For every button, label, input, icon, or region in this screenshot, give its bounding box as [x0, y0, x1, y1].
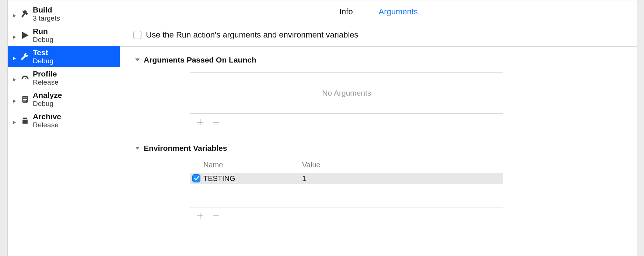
env-value-header: Value	[302, 161, 503, 169]
env-name-header: Name	[203, 161, 302, 169]
sidebar-item-title: Profile	[33, 70, 59, 78]
disclosure-triangle-icon[interactable]	[12, 54, 17, 59]
remove-argument-button[interactable]	[211, 117, 221, 127]
sidebar-item-subtitle: Release	[33, 79, 59, 86]
arguments-list[interactable]: No Arguments	[190, 72, 503, 114]
sidebar-item-analyze[interactable]: Analyze Debug	[8, 89, 120, 110]
analyze-icon	[20, 95, 30, 104]
sidebar-item-run[interactable]: Run Debug	[8, 25, 120, 46]
use-parent-args-checkbox[interactable]	[133, 31, 141, 39]
archive-icon	[20, 116, 30, 125]
content-pane: Info Arguments Use the Run action's argu…	[120, 0, 637, 256]
disclosure-triangle-icon[interactable]	[12, 11, 17, 17]
tab-bar: Info Arguments	[120, 0, 637, 23]
sidebar-item-title: Run	[33, 27, 53, 35]
remove-env-button[interactable]	[211, 211, 221, 221]
arguments-section-header[interactable]: Arguments Passed On Launch	[135, 56, 630, 64]
sidebar-item-subtitle: Debug	[33, 100, 62, 108]
gauge-icon	[20, 73, 30, 83]
svg-marker-1	[13, 35, 16, 39]
env-rows[interactable]: TESTING 1	[190, 173, 503, 207]
use-parent-args-label: Use the Run action's arguments and envir…	[146, 30, 358, 40]
sidebar-item-subtitle: 3 targets	[33, 15, 60, 22]
arguments-section-title: Arguments Passed On Launch	[144, 56, 256, 64]
disclosure-triangle-icon[interactable]	[12, 75, 17, 81]
sidebar-item-build[interactable]: Build 3 targets	[8, 3, 120, 25]
arguments-section: Arguments Passed On Launch No Arguments	[135, 56, 630, 129]
sidebar-item-test[interactable]: Test Debug	[8, 46, 120, 67]
env-controls	[190, 207, 503, 223]
env-section-title: Environment Variables	[144, 144, 227, 153]
tab-arguments[interactable]: Arguments	[379, 7, 418, 17]
disclosure-triangle-icon[interactable]	[12, 118, 17, 123]
svg-rect-7	[23, 97, 27, 98]
add-argument-button[interactable]	[195, 117, 205, 127]
arguments-controls	[190, 114, 503, 129]
scheme-editor-window: Build 3 targets Run Debug	[7, 0, 637, 256]
sidebar-item-title: Analyze	[33, 91, 62, 99]
tab-info[interactable]: Info	[339, 7, 353, 17]
sidebar-item-title: Archive	[33, 112, 61, 121]
sidebar-item-title: Build	[33, 6, 60, 14]
arguments-body: Arguments Passed On Launch No Arguments	[120, 47, 637, 256]
svg-marker-0	[13, 14, 16, 18]
sidebar-item-title: Test	[33, 48, 53, 57]
hammer-icon	[20, 9, 30, 19]
svg-rect-12	[213, 122, 219, 122]
chevron-down-icon	[135, 56, 140, 64]
svg-marker-2	[22, 32, 29, 39]
action-sidebar: Build 3 targets Run Debug	[8, 0, 120, 256]
arguments-placeholder: No Arguments	[322, 89, 371, 97]
env-row-checkbox[interactable]	[192, 174, 200, 182]
env-row-name[interactable]: TESTING	[203, 174, 302, 183]
wrench-icon	[20, 52, 30, 61]
svg-marker-5	[13, 99, 16, 103]
svg-marker-13	[135, 147, 140, 150]
env-row-value[interactable]: 1	[302, 174, 503, 183]
add-env-button[interactable]	[195, 211, 205, 221]
svg-marker-10	[13, 121, 16, 124]
arguments-list-box: No Arguments	[190, 72, 503, 129]
env-section: Environment Variables Name Value TESTING	[135, 144, 630, 223]
env-columns-header: Name Value	[190, 161, 503, 173]
play-icon	[20, 31, 30, 40]
svg-rect-14	[213, 216, 219, 216]
env-section-header[interactable]: Environment Variables	[135, 144, 630, 153]
svg-marker-4	[13, 78, 16, 82]
use-parent-args-row: Use the Run action's arguments and envir…	[120, 23, 637, 47]
sidebar-item-profile[interactable]: Profile Release	[8, 67, 120, 89]
svg-marker-3	[13, 57, 16, 60]
sidebar-item-subtitle: Debug	[33, 57, 53, 65]
sidebar-item-archive[interactable]: Archive Release	[8, 110, 120, 131]
svg-rect-9	[23, 100, 26, 101]
disclosure-triangle-icon[interactable]	[12, 97, 17, 102]
env-row[interactable]: TESTING 1	[190, 173, 503, 184]
chevron-down-icon	[135, 144, 140, 153]
env-list-box: Name Value TESTING 1	[190, 161, 503, 223]
sidebar-item-subtitle: Release	[33, 121, 61, 129]
svg-marker-11	[135, 58, 140, 61]
disclosure-triangle-icon[interactable]	[12, 33, 17, 38]
svg-rect-8	[23, 99, 27, 100]
sidebar-item-subtitle: Debug	[33, 36, 53, 44]
